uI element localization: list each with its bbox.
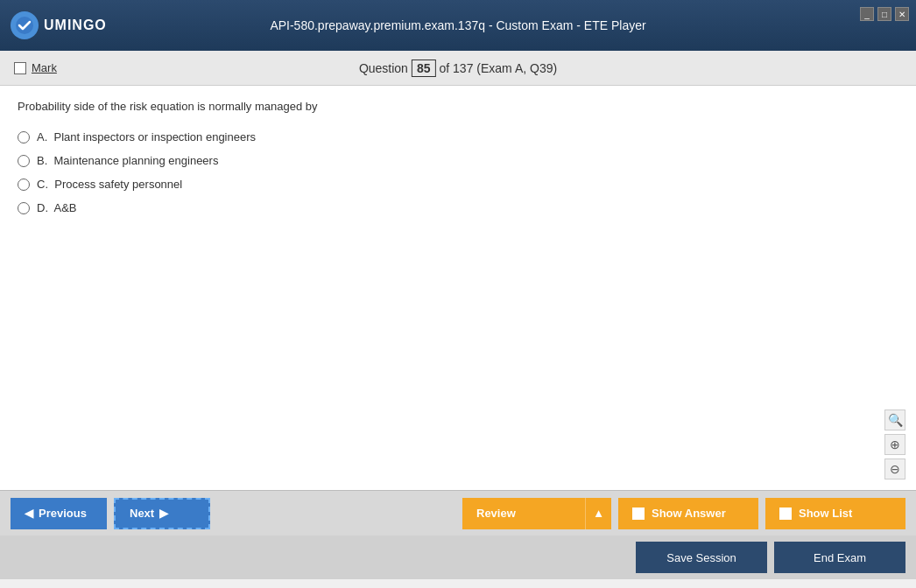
answer-option[interactable]: A. Plant inspectors or inspection engine…	[18, 130, 898, 144]
main-content: Probability side of the risk equation is…	[0, 86, 916, 490]
end-exam-button[interactable]: End Exam	[774, 542, 905, 573]
next-arrow-icon: ▶	[159, 507, 168, 520]
show-list-label: Show List	[799, 507, 852, 520]
zoom-controls: 🔍 ⊕ ⊖	[884, 410, 905, 480]
question-label: Question	[359, 61, 408, 75]
search-icon[interactable]: 🔍	[884, 410, 905, 430]
radio-button[interactable]	[18, 178, 30, 191]
window-title: API-580.prepaway.premium.exam.137q - Cus…	[270, 18, 645, 32]
next-button[interactable]: Next ▶	[114, 498, 210, 529]
mark-checkbox[interactable]	[14, 62, 26, 74]
radio-button[interactable]	[18, 131, 30, 144]
radio-button[interactable]	[18, 202, 30, 214]
mark-label[interactable]: Mark	[32, 61, 57, 74]
review-container: Review ▲	[462, 498, 611, 529]
minimize-button[interactable]: _	[860, 7, 874, 21]
question-info: Question 85 of 137 (Exam A, Q39)	[359, 60, 557, 77]
question-text: Probability side of the risk equation is…	[18, 100, 898, 113]
question-total: of 137 (Exam A, Q39)	[440, 61, 558, 75]
logo-text: UMINGO	[44, 18, 107, 33]
bottom-actions: Save Session End Exam	[0, 536, 916, 579]
option-label: A. Plant inspectors or inspection engine…	[37, 130, 256, 144]
option-label: B. Maintenance planning engineers	[37, 154, 218, 167]
review-button[interactable]: Review	[462, 498, 585, 529]
title-bar: UMINGO API-580.prepaway.premium.exam.137…	[0, 0, 916, 51]
previous-label: Previous	[39, 507, 87, 520]
window-controls: _ □ ✕	[860, 7, 909, 21]
zoom-out-icon[interactable]: ⊖	[884, 458, 905, 480]
show-answer-button[interactable]: Show Answer	[618, 498, 758, 529]
review-dropdown-button[interactable]: ▲	[585, 498, 611, 529]
option-label: D. A&B	[37, 201, 77, 214]
review-arrow-icon: ▲	[593, 507, 604, 520]
top-bar: Mark Question 85 of 137 (Exam A, Q39)	[0, 51, 916, 86]
restore-button[interactable]: □	[877, 7, 891, 21]
previous-button[interactable]: ◀ Previous	[11, 498, 107, 529]
review-label: Review	[476, 507, 516, 520]
answer-option[interactable]: D. A&B	[18, 201, 898, 214]
previous-arrow-icon: ◀	[25, 507, 33, 520]
save-session-button[interactable]: Save Session	[636, 542, 767, 573]
answer-option[interactable]: C. Process safety personnel	[18, 178, 898, 191]
answer-options: A. Plant inspectors or inspection engine…	[18, 130, 898, 214]
mark-area: Mark	[14, 61, 57, 74]
zoom-in-icon[interactable]: ⊕	[884, 434, 905, 455]
answer-option[interactable]: B. Maintenance planning engineers	[18, 154, 898, 167]
radio-button[interactable]	[18, 155, 30, 167]
show-answer-label: Show Answer	[652, 507, 726, 520]
show-list-button[interactable]: Show List	[765, 498, 905, 529]
option-label: C. Process safety personnel	[37, 178, 182, 191]
show-answer-icon	[632, 508, 645, 520]
show-list-icon	[779, 508, 792, 520]
question-number: 85	[412, 60, 436, 77]
logo-icon	[11, 11, 39, 39]
close-button[interactable]: ✕	[895, 7, 909, 21]
bottom-nav: ◀ Previous Next ▶ Review ▲ Show Answer S…	[0, 490, 916, 536]
next-label: Next	[130, 507, 154, 520]
logo: UMINGO	[11, 11, 107, 39]
